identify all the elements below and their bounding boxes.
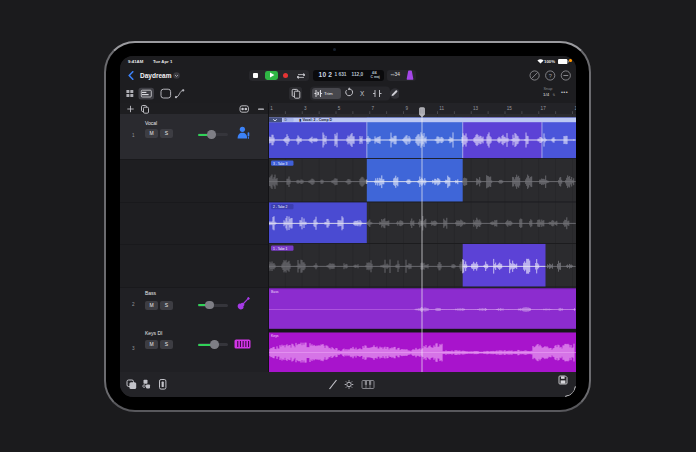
svg-text:X: X: [360, 90, 365, 97]
svg-text:7: 7: [372, 106, 375, 111]
svg-text:19: 19: [574, 106, 576, 111]
svg-text:Keys: Keys: [271, 334, 279, 338]
svg-text:Bass: Bass: [271, 290, 279, 294]
svg-text:1: 1: [270, 106, 273, 111]
svg-text:15: 15: [507, 106, 513, 111]
svg-text:13: 13: [473, 106, 479, 111]
svg-text:Trim: Trim: [324, 91, 333, 96]
svg-text:3 - Take 3: 3 - Take 3: [273, 162, 288, 166]
svg-text:1 - Take 1: 1 - Take 1: [273, 247, 288, 251]
svg-text:2 - Take 2: 2 - Take 2: [273, 205, 288, 209]
svg-text:?: ?: [549, 72, 552, 78]
svg-text:3: 3: [304, 106, 307, 111]
svg-text:5: 5: [338, 106, 341, 111]
svg-text:▮ Vocal: 2 - Comp D: ▮ Vocal: 2 - Comp D: [300, 118, 333, 122]
svg-text:17: 17: [541, 106, 547, 111]
svg-text:11: 11: [439, 106, 444, 111]
svg-text:9: 9: [405, 106, 408, 111]
